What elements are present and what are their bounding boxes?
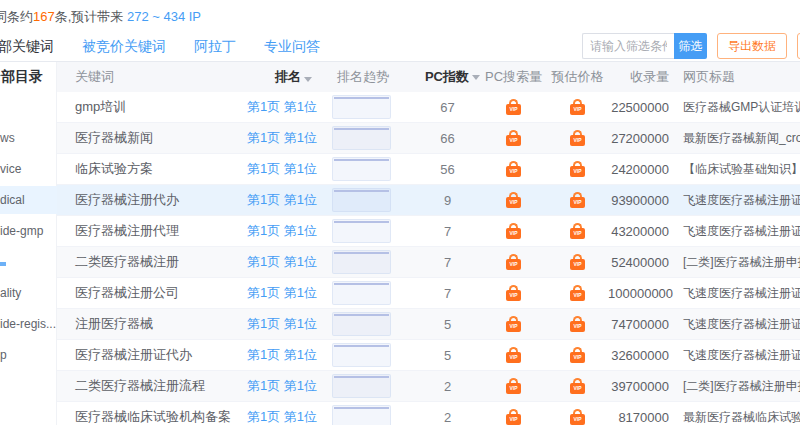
vip-lock-icon[interactable]: VIP <box>570 99 585 115</box>
table-header-row: 关键词排名排名趋势PC指数PC搜索量预估价格收录量网页标题 <box>57 62 800 92</box>
rank-trend-sparkline <box>332 343 391 367</box>
rank-trend-cell <box>332 312 415 336</box>
vip-lock-icon[interactable]: VIP <box>506 409 521 425</box>
rank-link[interactable]: 第1页 第1位 <box>247 284 332 302</box>
vip-lock-icon[interactable]: VIP <box>570 378 585 394</box>
directory-sidebar: 全部目录 wsvicedicalide-gmpalityide-regis...… <box>0 62 57 425</box>
keyword-count: 167 <box>33 9 55 24</box>
keyword-cell: 医疗器械注册证代办 <box>57 346 247 364</box>
filter-button[interactable]: 筛选 <box>674 33 707 59</box>
tab-3[interactable]: 专业问答 <box>264 38 320 56</box>
vip-lock-icon[interactable]: VIP <box>570 347 585 363</box>
keyword-monitor-page: 词条约167条,预计带来 272 ~ 434 IP 全部关键词被竞价关键词阿拉丁… <box>0 0 800 425</box>
keyword-cell: 医疗器械注册代理 <box>57 222 247 240</box>
rank-trend-sparkline <box>332 188 391 212</box>
pc-search-volume-cell: VIP <box>480 192 547 208</box>
page-title-cell: 【临床试验基础知识】临床 <box>675 161 800 178</box>
collection-count-cell: 24200000 <box>608 162 675 177</box>
table-row: 医疗器械注册证代办 第1页 第1位 5 VIP VIP 32600000 飞速度… <box>57 340 800 371</box>
vip-lock-icon[interactable]: VIP <box>570 285 585 301</box>
vip-lock-icon[interactable]: VIP <box>506 254 521 270</box>
table-row: gmp培训 第1页 第1位 67 VIP VIP 22500000 医疗器械GM… <box>57 92 800 123</box>
collection-count-cell: 100000000 <box>608 286 675 301</box>
sidebar-item[interactable]: ws <box>0 124 57 152</box>
collection-count-cell: 74700000 <box>608 317 675 332</box>
rank-link[interactable]: 第1页 第1位 <box>247 222 332 240</box>
vip-lock-icon[interactable]: VIP <box>570 409 585 425</box>
vip-lock-icon[interactable]: VIP <box>570 161 585 177</box>
summary-prefix: 词条约 <box>0 9 33 24</box>
sidebar-item[interactable]: p <box>0 341 57 369</box>
rank-link[interactable]: 第1页 第1位 <box>247 160 332 178</box>
pc-search-volume-cell: VIP <box>480 285 547 301</box>
estimated-price-cell: VIP <box>547 99 608 115</box>
sidebar-item[interactable]: ide-regis... <box>0 310 57 338</box>
rank-link[interactable]: 第1页 第1位 <box>247 129 332 147</box>
rank-trend-sparkline <box>332 312 391 336</box>
keyword-cell: 医疗器械注册代办 <box>57 191 247 209</box>
tab-2[interactable]: 阿拉丁 <box>194 38 236 56</box>
vip-lock-icon[interactable]: VIP <box>570 316 585 332</box>
table-row: 二类医疗器械注册 第1页 第1位 7 VIP VIP 52400000 [二类]… <box>57 247 800 278</box>
vip-lock-icon[interactable]: VIP <box>506 99 521 115</box>
vip-lock-icon[interactable]: VIP <box>506 223 521 239</box>
sort-caret-icon[interactable] <box>304 77 312 86</box>
export-data-button[interactable]: 导出数据 <box>717 33 787 59</box>
estimated-price-cell: VIP <box>547 316 608 332</box>
page-title-cell: 飞速度医疗器械注册证代办 <box>675 347 800 364</box>
pc-index-cell: 66 <box>415 131 480 146</box>
pc-search-volume-cell: VIP <box>480 223 547 239</box>
rank-link[interactable]: 第1页 第1位 <box>247 191 332 209</box>
tab-1[interactable]: 被竞价关键词 <box>82 38 166 56</box>
column-header: 网页标题 <box>675 68 800 86</box>
collection-count-cell: 8170000 <box>608 410 675 425</box>
estimated-price-cell: VIP <box>547 285 608 301</box>
page-title-cell: 最新医疗器械新闻_cro行业 <box>675 130 800 147</box>
vip-lock-icon[interactable]: VIP <box>570 223 585 239</box>
sidebar-item[interactable]: dical <box>0 186 57 214</box>
vip-lock-icon[interactable]: VIP <box>506 316 521 332</box>
rank-link[interactable]: 第1页 第1位 <box>247 253 332 271</box>
keyword-cell: 医疗器械新闻 <box>57 129 247 147</box>
rank-link[interactable]: 第1页 第1位 <box>247 408 332 425</box>
table-row: 医疗器械注册代理 第1页 第1位 7 VIP VIP 43200000 飞速度医… <box>57 216 800 247</box>
vip-lock-icon[interactable]: VIP <box>506 347 521 363</box>
tab-0[interactable]: 全部关键词 <box>0 38 54 56</box>
vip-lock-icon[interactable]: VIP <box>506 285 521 301</box>
collection-count-cell: 32600000 <box>608 348 675 363</box>
sort-caret-icon[interactable] <box>472 75 480 84</box>
keyword-cell: 二类医疗器械注册流程 <box>57 377 247 395</box>
pc-search-volume-cell: VIP <box>480 99 547 115</box>
pc-index-cell: 5 <box>415 348 480 363</box>
column-header-label: 预估价格 <box>552 69 604 84</box>
sidebar-item[interactable]: ide-gmp <box>0 217 57 245</box>
table-row: 注册医疗器械 第1页 第1位 5 VIP VIP 74700000 飞速度医疗器… <box>57 309 800 340</box>
rank-trend-cell <box>332 281 415 305</box>
column-header-label: 收录量 <box>630 69 669 84</box>
pc-search-volume-cell: VIP <box>480 347 547 363</box>
column-header[interactable]: 排名 <box>247 68 332 86</box>
estimated-price-cell: VIP <box>547 192 608 208</box>
rank-link[interactable]: 第1页 第1位 <box>247 315 332 333</box>
rank-link[interactable]: 第1页 第1位 <box>247 98 332 116</box>
rank-link[interactable]: 第1页 第1位 <box>247 377 332 395</box>
vip-lock-icon[interactable]: VIP <box>570 130 585 146</box>
vip-lock-icon[interactable]: VIP <box>506 161 521 177</box>
rank-trend-cell <box>332 405 415 425</box>
rank-trend-cell <box>332 157 415 181</box>
column-header-label: PC搜索量 <box>485 69 542 84</box>
vip-lock-icon[interactable]: VIP <box>570 192 585 208</box>
rank-link[interactable]: 第1页 第1位 <box>247 346 332 364</box>
column-header: 收录量 <box>608 68 675 86</box>
vip-lock-icon[interactable]: VIP <box>506 378 521 394</box>
vip-lock-icon[interactable]: VIP <box>506 192 521 208</box>
vip-lock-icon[interactable]: VIP <box>506 130 521 146</box>
sidebar-item[interactable]: vice <box>0 155 57 183</box>
sidebar-item[interactable]: ality <box>0 279 57 307</box>
sidebar-item[interactable] <box>0 248 57 276</box>
filter-input[interactable] <box>582 33 674 59</box>
summary-middle: 条,预计带来 <box>55 9 127 24</box>
vip-lock-icon[interactable]: VIP <box>570 254 585 270</box>
column-header[interactable]: PC指数 <box>415 68 480 86</box>
clipped-blue-item-fragment <box>0 262 6 266</box>
